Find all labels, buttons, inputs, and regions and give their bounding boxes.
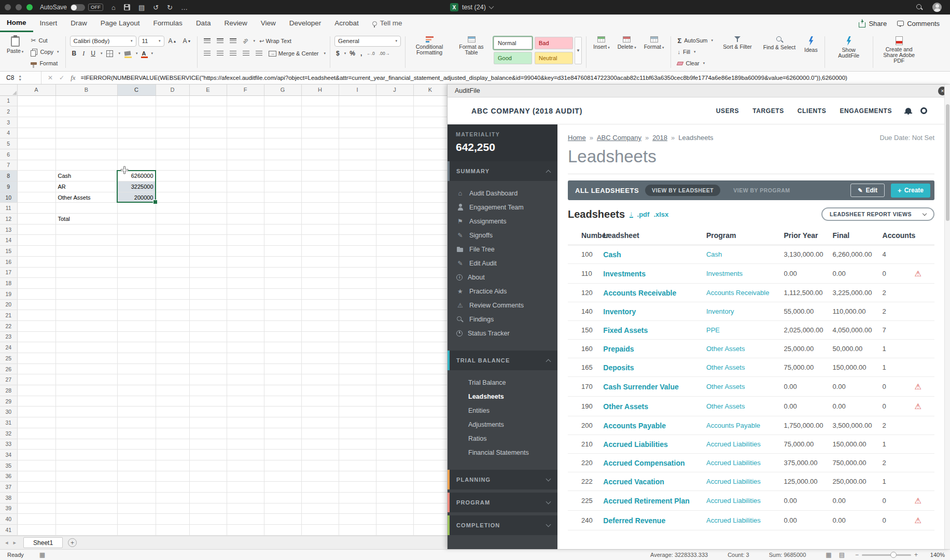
cell-b9[interactable]: AR — [55, 181, 117, 192]
leadsheet-link-investments[interactable]: Investments — [603, 270, 646, 278]
col-header-g[interactable]: G — [264, 85, 301, 95]
cell-b38[interactable] — [55, 492, 117, 503]
cell-k40[interactable] — [413, 514, 447, 525]
cell-h33[interactable] — [301, 439, 339, 450]
insert-function-button[interactable]: fx — [71, 74, 75, 82]
cell-f29[interactable] — [227, 396, 264, 407]
cell-d10[interactable] — [156, 192, 189, 203]
cell-f5[interactable] — [227, 138, 264, 149]
row-header-24[interactable]: 24 — [0, 342, 17, 353]
cell-i34[interactable] — [339, 450, 376, 460]
cell-a2[interactable] — [17, 106, 55, 117]
notifications-bell-icon[interactable] — [905, 108, 911, 113]
program-link-other-assets[interactable]: Other Assets — [706, 363, 745, 371]
cell-i33[interactable] — [339, 439, 376, 450]
nav-link-clients[interactable]: CLIENTS — [798, 107, 827, 115]
leadsheet-link-accounts-receivable[interactable]: Accounts Receivable — [603, 289, 676, 297]
row-header-11[interactable]: 11 — [0, 203, 17, 214]
cell-g12[interactable] — [264, 214, 301, 225]
cell-c1[interactable] — [117, 95, 156, 106]
cell-k35[interactable] — [413, 460, 447, 471]
cell-b15[interactable] — [55, 246, 117, 257]
cell-h17[interactable] — [301, 267, 339, 278]
cell-j24[interactable] — [376, 342, 413, 353]
panel-scrollbar-thumb[interactable] — [946, 104, 949, 221]
style-good[interactable]: Good — [494, 52, 532, 64]
ideas-button[interactable]: Ideas — [802, 35, 820, 54]
ribbon-tab-page-layout[interactable]: Page Layout — [94, 15, 147, 32]
cell-d11[interactable] — [156, 203, 189, 214]
sidebar-item-engagement-team[interactable]: Engagement Team — [448, 200, 557, 214]
cell-f25[interactable] — [227, 353, 264, 364]
cell-g16[interactable] — [264, 256, 301, 267]
cell-i41[interactable] — [339, 525, 376, 536]
cell-c39[interactable] — [117, 503, 156, 514]
cell-e41[interactable] — [189, 525, 227, 536]
cell-c18[interactable] — [117, 278, 156, 289]
cell-f8[interactable] — [227, 171, 264, 181]
cell-j8[interactable] — [376, 171, 413, 181]
cell-a27[interactable] — [17, 374, 55, 385]
cell-k31[interactable] — [413, 417, 447, 428]
cell-f7[interactable] — [227, 160, 264, 171]
sidebar-item-status-tracker[interactable]: Status Tracker — [448, 326, 557, 340]
cell-b4[interactable] — [55, 128, 117, 138]
cell-f1[interactable] — [227, 95, 264, 106]
row-header-15[interactable]: 15 — [0, 246, 17, 257]
cell-k23[interactable] — [413, 331, 447, 342]
cell-f11[interactable] — [227, 203, 264, 214]
cell-g31[interactable] — [264, 417, 301, 428]
ribbon-tab-home[interactable]: Home — [0, 15, 33, 32]
tell-me[interactable]: Tell me — [366, 15, 409, 32]
cell-f22[interactable] — [227, 320, 264, 331]
cell-k38[interactable] — [413, 492, 447, 503]
cell-e28[interactable] — [189, 385, 227, 396]
row-header-39[interactable]: 39 — [0, 503, 17, 514]
cell-a7[interactable] — [17, 160, 55, 171]
cell-k9[interactable] — [413, 181, 447, 192]
cell-e27[interactable] — [189, 374, 227, 385]
cell-d17[interactable] — [156, 267, 189, 278]
cell-h37[interactable] — [301, 482, 339, 493]
cell-c34[interactable] — [117, 450, 156, 460]
cell-g26[interactable] — [264, 363, 301, 374]
cell-b11[interactable] — [55, 203, 117, 214]
leadsheet-link-accrued-retirement-plan[interactable]: Accrued Retirement Plan — [603, 497, 690, 505]
leadsheet-link-other-assets[interactable]: Other Assets — [603, 402, 648, 411]
cell-d38[interactable] — [156, 492, 189, 503]
cell-h7[interactable] — [301, 160, 339, 171]
col-header-j[interactable]: J — [376, 85, 413, 95]
cell-d28[interactable] — [156, 385, 189, 396]
ribbon-tab-formulas[interactable]: Formulas — [147, 15, 189, 32]
accounting-format-button[interactable]: $ — [334, 50, 341, 57]
cell-a17[interactable] — [17, 267, 55, 278]
cell-d1[interactable] — [156, 95, 189, 106]
orientation-button[interactable]: ab — [241, 38, 250, 44]
italic-button[interactable]: I — [80, 50, 87, 58]
cancel-entry-button[interactable]: ✕ — [48, 74, 53, 81]
cell-j16[interactable] — [376, 256, 413, 267]
cell-e39[interactable] — [189, 503, 227, 514]
cell-g8[interactable] — [264, 171, 301, 181]
sidebar-item-assignments[interactable]: Assignments — [448, 214, 557, 228]
cell-j34[interactable] — [376, 450, 413, 460]
cell-e37[interactable] — [189, 482, 227, 493]
cell-h41[interactable] — [301, 525, 339, 536]
more-commands-icon[interactable]: … — [181, 4, 188, 11]
cell-k36[interactable] — [413, 471, 447, 482]
cell-f2[interactable] — [227, 106, 264, 117]
ribbon-tab-review[interactable]: Review — [217, 15, 254, 32]
cell-a15[interactable] — [17, 246, 55, 257]
align-middle-button[interactable] — [215, 38, 226, 44]
sheet-tab[interactable]: Sheet1 — [23, 537, 63, 548]
row-header-36[interactable]: 36 — [0, 471, 17, 482]
cell-j17[interactable] — [376, 267, 413, 278]
cell-a39[interactable] — [17, 503, 55, 514]
cell-g7[interactable] — [264, 160, 301, 171]
cell-a34[interactable] — [17, 450, 55, 460]
cell-e14[interactable] — [189, 235, 227, 246]
cell-i26[interactable] — [339, 363, 376, 374]
sheet-nav-left-icon[interactable]: ◂ — [5, 539, 8, 546]
cell-k17[interactable] — [413, 267, 447, 278]
row-header-18[interactable]: 18 — [0, 278, 17, 289]
